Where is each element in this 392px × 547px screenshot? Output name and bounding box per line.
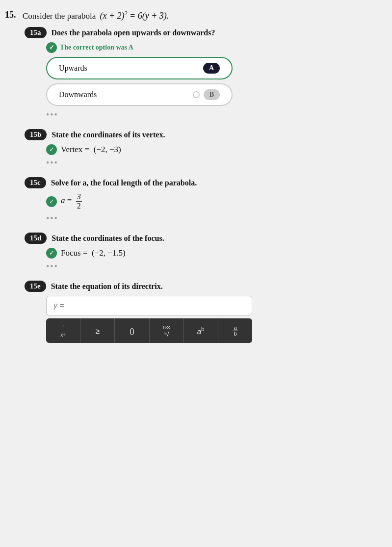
dots-15a: ••• — [46, 110, 382, 120]
kbd-fraction[interactable]: a b — [218, 318, 252, 343]
question-15c: Solve for a, the focal length of the par… — [51, 179, 197, 187]
part-15d: 15d State the coordinates of the focus. … — [25, 233, 382, 272]
math-keyboard: ÷x÷ ≥ () π∞ⁿ√ ab a b — [46, 318, 252, 343]
kbd-pi-sqrt[interactable]: π∞ⁿ√ — [149, 318, 183, 343]
badge-15b: 15b — [25, 129, 47, 140]
equation: (x + 2)2 = 6(y + 3). — [100, 11, 169, 21]
question-15a: Does the parabola open upwards or downwa… — [52, 28, 215, 37]
option-a-box[interactable]: Upwards A — [46, 57, 233, 79]
question-15e: State the equation of its directrix. — [51, 282, 163, 291]
checkmark-15a: ✓ — [46, 42, 57, 53]
input-section-15e: ÷x÷ ≥ () π∞ⁿ√ ab a b — [46, 296, 382, 343]
dots-15b: ••• — [46, 158, 382, 168]
part-15e: 15e State the equation of its directrix.… — [25, 281, 382, 343]
answer-15c: a = 3 2 — [61, 192, 82, 210]
checkmark-15b: ✓ — [46, 144, 57, 155]
answer-options-15a: Upwards A Downwards B — [46, 57, 382, 106]
option-a-row: Upwards A — [46, 57, 382, 79]
kbd-superscript[interactable]: ab — [183, 318, 218, 343]
badge-15d: 15d — [25, 233, 47, 244]
option-a-text: Upwards — [59, 64, 87, 73]
dots-15c: ••• — [46, 213, 382, 224]
kbd-parens[interactable]: () — [114, 318, 149, 343]
option-b-text: Downwards — [59, 90, 97, 99]
problem-number: 15. — [5, 10, 19, 20]
fraction-15c: 3 2 — [76, 192, 82, 210]
question-15b: State the coordinates of its vertex. — [52, 130, 165, 139]
dots-15d: ••• — [46, 261, 382, 272]
question-15d: State the coordinates of the focus. — [52, 234, 164, 243]
badge-15c: 15c — [25, 177, 46, 188]
correct-label-15a: ✓ The correct option was A — [46, 42, 382, 53]
badge-15a: 15a — [25, 27, 47, 38]
option-b-radio — [193, 91, 200, 98]
kbd-geq[interactable]: ≥ — [80, 318, 114, 343]
answer-15d: Focus = (−2, −1.5) — [61, 248, 126, 258]
kbd-mixed-number[interactable]: ÷x÷ — [46, 318, 80, 343]
directrix-input[interactable] — [46, 296, 252, 315]
part-15b: 15b State the coordinates of its vertex.… — [25, 129, 382, 168]
badge-15e: 15e — [25, 281, 46, 292]
problem-title: Consider the parabola (x + 2)2 = 6(y + 3… — [23, 10, 169, 21]
part-15a: 15a Does the parabola open upwards or do… — [25, 27, 382, 120]
option-a-badge: A — [203, 63, 220, 74]
part-15c: 15c Solve for a, the focal length of the… — [25, 177, 382, 224]
checkmark-15c: ✓ — [46, 196, 57, 207]
option-b-box[interactable]: Downwards B — [46, 83, 233, 106]
option-b-row: Downwards B — [46, 83, 382, 106]
checkmark-15d: ✓ — [46, 248, 57, 259]
answer-15b: Vertex = (−2, −3) — [61, 145, 121, 155]
option-b-badge: B — [204, 89, 220, 100]
